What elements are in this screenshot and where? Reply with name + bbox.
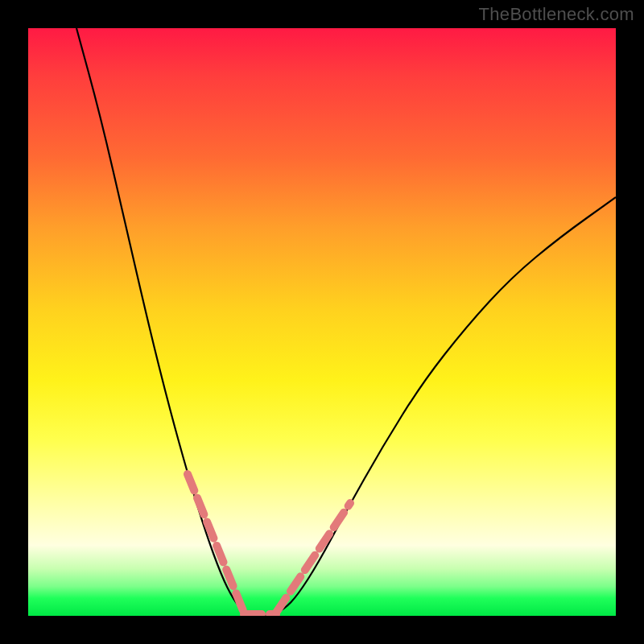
chart-frame: TheBottleneck.com xyxy=(0,0,644,644)
dash-right-path xyxy=(276,503,350,613)
dash-left-path xyxy=(188,474,244,613)
watermark-text: TheBottleneck.com xyxy=(479,4,634,25)
v-curve-path xyxy=(76,28,616,615)
curve-layer xyxy=(28,28,616,616)
plot-area xyxy=(28,28,616,616)
